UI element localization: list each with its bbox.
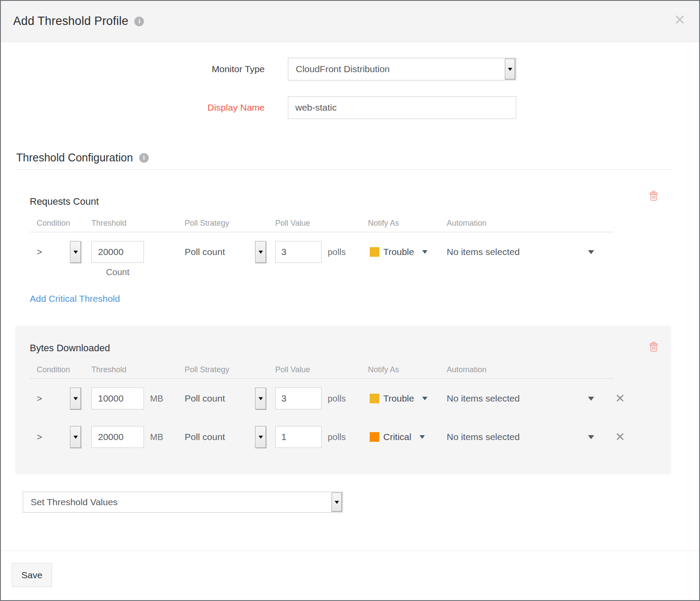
monitor-type-value: CloudFront Distribution bbox=[288, 64, 390, 74]
chevron-down-icon[interactable] bbox=[505, 59, 515, 80]
info-icon[interactable]: i bbox=[139, 153, 149, 163]
poll-value-input[interactable] bbox=[275, 388, 322, 409]
col-poll-value: Poll Value bbox=[275, 365, 368, 374]
section-requests-count: Requests Count Condition Threshold Poll … bbox=[15, 196, 671, 304]
display-name-row: Display Name bbox=[1, 96, 699, 119]
poll-strategy-value: Poll count bbox=[185, 247, 225, 257]
notify-as-dropdown[interactable]: Trouble bbox=[368, 247, 447, 257]
condition-value: > bbox=[37, 393, 42, 404]
monitor-type-row: Monitor Type CloudFront Distribution bbox=[1, 58, 699, 80]
column-headers: Condition Threshold Poll Strategy Poll V… bbox=[30, 365, 614, 379]
threshold-input[interactable] bbox=[91, 426, 144, 448]
poll-strategy-dropdown[interactable] bbox=[255, 388, 266, 409]
caret-down-icon bbox=[422, 397, 427, 400]
condition-dropdown[interactable] bbox=[70, 241, 81, 263]
caret-down-icon bbox=[588, 397, 594, 401]
set-threshold-values-label: Set Threshold Values bbox=[23, 497, 118, 507]
notify-as-dropdown[interactable]: Trouble bbox=[368, 393, 447, 404]
metric-title: Bytes Downloaded bbox=[30, 342, 657, 354]
col-poll-strategy: Poll Strategy bbox=[185, 219, 275, 228]
caret-down-icon bbox=[422, 250, 427, 254]
dialog-header: Add Threshold Profile i × bbox=[1, 1, 699, 42]
monitor-type-label: Monitor Type bbox=[1, 64, 265, 74]
threshold-unit: MB bbox=[150, 432, 163, 442]
col-threshold: Threshold bbox=[91, 219, 185, 228]
close-icon[interactable]: × bbox=[674, 10, 685, 29]
threshold-row: > MB Poll count polls Critical bbox=[30, 426, 614, 448]
condition-dropdown[interactable] bbox=[70, 426, 81, 448]
poll-strategy-value: Poll count bbox=[185, 432, 225, 442]
dialog-title: Add Threshold Profile bbox=[13, 14, 128, 28]
col-notify-as: Notify As bbox=[368, 365, 447, 374]
col-threshold: Threshold bbox=[91, 365, 185, 374]
threshold-row: > Count Poll count polls Trouble bbox=[30, 241, 614, 263]
trash-icon[interactable] bbox=[649, 191, 658, 203]
save-button[interactable]: Save bbox=[12, 563, 52, 587]
col-automation: Automation bbox=[447, 365, 614, 374]
threshold-input[interactable] bbox=[91, 388, 144, 409]
col-condition: Condition bbox=[30, 219, 91, 228]
notify-as-dropdown[interactable]: Critical bbox=[368, 432, 447, 442]
trash-icon[interactable] bbox=[649, 342, 658, 353]
severity-label: Critical bbox=[383, 432, 411, 442]
automation-dropdown[interactable]: No items selected bbox=[447, 432, 614, 442]
caret-down-icon bbox=[420, 435, 425, 439]
poll-value-input[interactable] bbox=[275, 241, 322, 263]
threshold-unit-label: Count bbox=[91, 267, 144, 277]
severity-color-swatch bbox=[370, 432, 379, 442]
chevron-down-icon[interactable] bbox=[332, 493, 342, 512]
condition-value: > bbox=[37, 432, 42, 442]
dialog-footer: Save bbox=[1, 550, 699, 600]
threshold-configuration-heading: Threshold Configuration i bbox=[16, 151, 699, 164]
condition-dropdown[interactable] bbox=[70, 388, 81, 409]
threshold-row: > MB Poll count polls Trouble bbox=[30, 388, 614, 409]
remove-row-icon[interactable]: ✕ bbox=[615, 431, 625, 443]
col-notify-as: Notify As bbox=[368, 219, 447, 228]
threshold-configuration-title: Threshold Configuration bbox=[16, 151, 133, 164]
display-name-label: Display Name bbox=[1, 102, 265, 113]
poll-value-unit: polls bbox=[328, 432, 346, 442]
automation-value: No items selected bbox=[447, 393, 520, 404]
automation-dropdown[interactable]: No items selected bbox=[447, 247, 614, 257]
automation-value: No items selected bbox=[447, 247, 520, 257]
column-headers: Condition Threshold Poll Strategy Poll V… bbox=[30, 219, 614, 232]
set-threshold-values-select[interactable]: Set Threshold Values bbox=[23, 492, 343, 513]
automation-dropdown[interactable]: No items selected bbox=[447, 393, 614, 404]
severity-label: Trouble bbox=[383, 393, 414, 404]
display-name-input[interactable] bbox=[288, 96, 516, 119]
poll-strategy-dropdown[interactable] bbox=[255, 426, 266, 448]
caret-down-icon bbox=[588, 435, 594, 439]
monitor-type-select[interactable]: CloudFront Distribution bbox=[288, 58, 516, 80]
col-poll-value: Poll Value bbox=[275, 219, 368, 228]
poll-value-input[interactable] bbox=[275, 426, 322, 448]
severity-label: Trouble bbox=[383, 247, 414, 257]
col-poll-strategy: Poll Strategy bbox=[185, 365, 275, 374]
add-threshold-profile-dialog: Add Threshold Profile i × Monitor Type C… bbox=[0, 0, 700, 601]
remove-row-icon[interactable]: ✕ bbox=[615, 393, 625, 405]
add-critical-threshold-link[interactable]: Add Critical Threshold bbox=[30, 294, 120, 304]
col-condition: Condition bbox=[30, 365, 91, 374]
severity-color-swatch bbox=[370, 247, 379, 257]
section-divider bbox=[15, 169, 671, 170]
col-automation: Automation bbox=[447, 219, 614, 228]
poll-value-unit: polls bbox=[328, 247, 346, 257]
poll-strategy-dropdown[interactable] bbox=[255, 241, 266, 263]
caret-down-icon bbox=[588, 250, 594, 254]
condition-value: > bbox=[37, 247, 42, 257]
section-bytes-downloaded: Bytes Downloaded Condition Threshold Pol… bbox=[15, 326, 671, 474]
metric-title: Requests Count bbox=[30, 196, 657, 207]
poll-value-unit: polls bbox=[328, 394, 346, 404]
severity-color-swatch bbox=[370, 394, 379, 403]
info-icon[interactable]: i bbox=[134, 17, 144, 26]
threshold-unit: MB bbox=[150, 394, 163, 404]
threshold-input[interactable] bbox=[91, 241, 144, 263]
poll-strategy-value: Poll count bbox=[185, 393, 225, 404]
automation-value: No items selected bbox=[447, 432, 520, 442]
dialog-body: Monitor Type CloudFront Distribution Dis… bbox=[1, 42, 699, 550]
